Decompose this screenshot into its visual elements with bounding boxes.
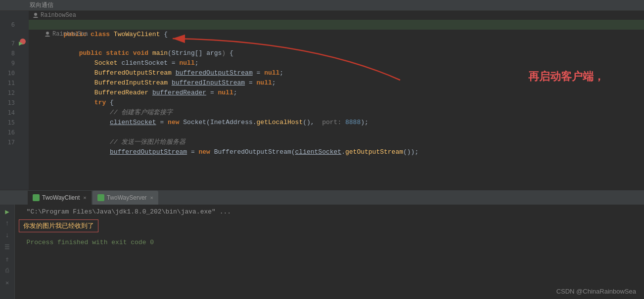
play-button[interactable]: ▶ bbox=[2, 207, 12, 216]
author-annotation-1: RainbowSea bbox=[29, 11, 644, 20]
svg-point-1 bbox=[46, 32, 49, 35]
tab-icon-client bbox=[33, 194, 40, 201]
code-line-6: public class TwoWayClient { bbox=[29, 20, 644, 30]
title-text: 双向通信 bbox=[30, 2, 53, 9]
line-numbers: 6 7 8 9 10 11 12 13 14 15 16 17 bbox=[0, 11, 18, 190]
print-button[interactable]: ⎙ bbox=[2, 266, 12, 276]
output-text: 你发的图片我已经收到了 bbox=[23, 222, 94, 230]
console-output-wrapper: 你发的图片我已经收到了 bbox=[19, 219, 640, 232]
gutter: ▶ bbox=[18, 11, 29, 190]
console-cmd-line: "C:\Program Files\Java\jdk1.8.0_202\bin\… bbox=[19, 207, 640, 217]
run-controls: ▶ ↑ ↓ ☰ ⇑ ⎙ ✕ bbox=[0, 205, 15, 299]
code-line-13: // 创建客户端套接字 bbox=[29, 98, 644, 108]
code-line-7: public static void main(String[] args) { bbox=[29, 39, 644, 48]
editor-area: 6 7 8 9 10 11 12 13 14 15 16 17 ▶ bbox=[0, 11, 644, 190]
user-icon bbox=[33, 12, 39, 18]
run-arrow: ▶ bbox=[19, 39, 23, 48]
list-button[interactable]: ☰ bbox=[2, 242, 12, 252]
tab-bar: TwoWayClient × TwoWayServer × bbox=[0, 191, 644, 205]
tab-close-client[interactable]: × bbox=[83, 191, 86, 205]
tab-close-server[interactable]: × bbox=[150, 191, 153, 205]
down-button[interactable]: ↓ bbox=[2, 230, 12, 240]
line-numbers-gutter: 6 7 8 9 10 11 12 13 14 15 16 17 ▶ bbox=[0, 11, 29, 190]
tab-label-server: TwoWayServer bbox=[107, 191, 147, 205]
upload-button[interactable]: ⇑ bbox=[2, 254, 12, 264]
bottom-panel: TwoWayClient × TwoWayServer × ▶ ↑ ↓ ☰ ⇑ … bbox=[0, 190, 644, 299]
tab-twowayclient[interactable]: TwoWayClient × bbox=[28, 191, 92, 205]
console-content: "C:\Program Files\Java\jdk1.8.0_202\bin\… bbox=[15, 205, 644, 299]
title-bar: 双向通信 bbox=[0, 0, 644, 11]
code-line-16: // 发送一张图片给服务器 bbox=[29, 128, 644, 137]
code-content: RainbowSea public class TwoWayClient { R… bbox=[29, 11, 644, 190]
delete-button[interactable]: ✕ bbox=[2, 278, 12, 288]
process-finish-line: Process finished with exit code 0 bbox=[19, 237, 640, 248]
tab-twowayserver[interactable]: TwoWayServer × bbox=[92, 191, 158, 205]
up-button[interactable]: ↑ bbox=[2, 218, 12, 228]
annotation-label: 再启动客户端， bbox=[528, 69, 604, 84]
user-icon-2 bbox=[45, 31, 50, 37]
tab-icon-server bbox=[97, 194, 104, 201]
watermark: CSDN @ChinaRainbowSea bbox=[556, 288, 636, 295]
output-box: 你发的图片我已经收到了 bbox=[19, 219, 98, 232]
svg-point-0 bbox=[34, 13, 37, 16]
tab-label-client: TwoWayClient bbox=[42, 191, 80, 205]
main-container: 双向通信 6 7 8 9 10 11 12 13 14 15 16 17 bbox=[0, 0, 644, 299]
